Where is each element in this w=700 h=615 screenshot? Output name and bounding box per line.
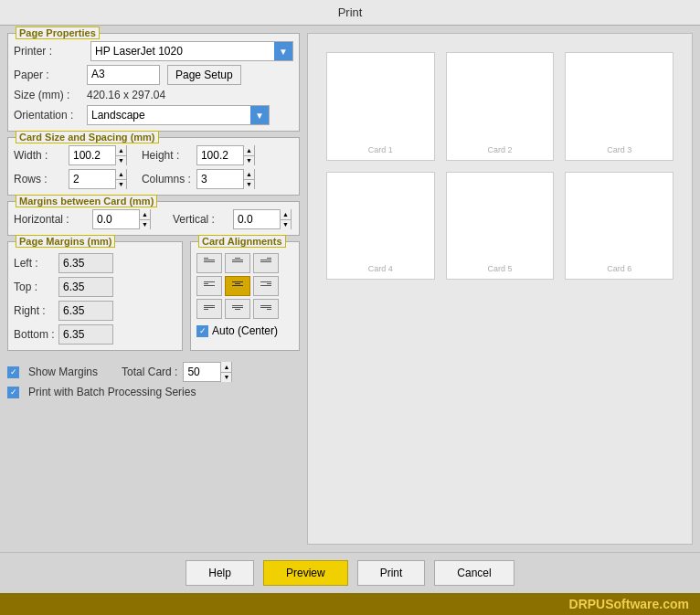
width-down[interactable]: ▼: [116, 156, 126, 166]
horizontal-spinner[interactable]: ▲ ▼: [92, 209, 151, 229]
size-value: 420.16 x 297.04: [87, 89, 165, 101]
orientation-row: Orientation : Landscape ▼: [14, 105, 293, 125]
printer-value: HP LaserJet 1020: [91, 43, 274, 59]
svg-rect-23: [235, 309, 240, 310]
auto-center-row: ✓ Auto (Center): [196, 324, 293, 337]
branding-bar: DRPUSoftware.com: [0, 593, 700, 615]
page-properties-label: Page Properties: [16, 27, 100, 39]
vertical-spin-btns: ▲ ▼: [280, 209, 291, 229]
width-input[interactable]: [69, 147, 115, 164]
align-top-left[interactable]: [196, 253, 222, 273]
left-input[interactable]: [58, 253, 113, 273]
card-3: Card 3: [565, 52, 673, 161]
cancel-button[interactable]: Cancel: [434, 560, 514, 586]
svg-rect-8: [260, 261, 271, 262]
total-card-down[interactable]: ▼: [221, 373, 231, 383]
preview-panel: Card 1 Card 2 Card 3 Card 4 Card 5 Card …: [307, 33, 693, 545]
total-card-input[interactable]: [184, 364, 220, 380]
horizontal-down[interactable]: ▼: [140, 220, 150, 230]
vertical-down[interactable]: ▼: [281, 220, 291, 230]
height-down[interactable]: ▼: [244, 156, 254, 166]
width-spinner[interactable]: ▲ ▼: [69, 145, 127, 165]
printer-dropdown-arrow[interactable]: ▼: [274, 42, 292, 60]
vertical-input[interactable]: [234, 211, 280, 228]
total-card-up[interactable]: ▲: [221, 362, 231, 373]
print-button[interactable]: Print: [357, 560, 426, 586]
svg-rect-11: [204, 285, 215, 286]
columns-spinner[interactable]: ▲ ▼: [196, 169, 255, 189]
vertical-spinner[interactable]: ▲ ▼: [233, 209, 292, 229]
rows-spinner[interactable]: ▲ ▼: [69, 169, 127, 189]
auto-center-label: Auto (Center): [212, 324, 278, 337]
orientation-arrow[interactable]: ▼: [250, 106, 269, 124]
horizontal-input[interactable]: [93, 211, 139, 228]
columns-input[interactable]: [197, 171, 243, 187]
align-bottom-left[interactable]: [196, 299, 222, 319]
columns-down[interactable]: ▼: [244, 180, 254, 190]
orientation-dropdown[interactable]: Landscape ▼: [87, 105, 270, 125]
svg-rect-19: [204, 307, 215, 308]
align-bottom-right[interactable]: [253, 299, 279, 319]
rows-down[interactable]: ▼: [116, 180, 126, 190]
card-6: Card 6: [565, 172, 673, 281]
height-up[interactable]: ▲: [244, 145, 254, 156]
help-button[interactable]: Help: [186, 560, 254, 586]
svg-rect-5: [232, 261, 243, 262]
width-height-row: Width : ▲ ▼ Height : ▲ ▼: [14, 145, 293, 165]
orientation-value: Landscape: [88, 107, 250, 123]
auto-center-checkbox[interactable]: ✓: [196, 325, 208, 337]
main-content: Page Properties Printer : HP LaserJet 10…: [0, 26, 700, 552]
horizontal-up[interactable]: ▲: [140, 209, 150, 220]
print-batch-check-icon: ✓: [10, 387, 17, 397]
printer-dropdown[interactable]: HP LaserJet 1020 ▼: [90, 41, 293, 61]
height-label: Height :: [142, 149, 196, 162]
align-top-center[interactable]: [225, 253, 250, 273]
show-margins-checkbox[interactable]: ✓: [7, 366, 19, 378]
svg-rect-14: [232, 285, 243, 286]
top-row: Top :: [14, 277, 176, 297]
total-card-spin-btns: ▲ ▼: [220, 362, 231, 382]
svg-rect-1: [204, 260, 215, 260]
svg-rect-22: [232, 307, 243, 308]
svg-rect-16: [267, 283, 271, 284]
svg-rect-3: [235, 258, 240, 259]
page-setup-button[interactable]: Page Setup: [167, 65, 241, 85]
print-batch-checkbox[interactable]: ✓: [7, 387, 19, 398]
align-bottom-center[interactable]: [225, 299, 250, 319]
columns-up[interactable]: ▲: [244, 169, 254, 180]
svg-rect-2: [204, 261, 215, 262]
svg-rect-17: [260, 285, 271, 286]
right-label: Right :: [14, 304, 55, 317]
rows-input[interactable]: [69, 171, 115, 187]
svg-rect-21: [232, 305, 243, 306]
height-input[interactable]: [197, 147, 243, 164]
card-size-label: Card Size and Spacing (mm): [16, 131, 159, 143]
preview-button[interactable]: Preview: [263, 560, 348, 586]
align-top-right[interactable]: [253, 253, 279, 273]
bottom-label: Bottom :: [14, 328, 55, 341]
bottom-input[interactable]: [58, 324, 113, 345]
branding-text: DRPUSoftware.com: [569, 597, 689, 611]
top-input[interactable]: [58, 277, 113, 297]
align-middle-center[interactable]: [225, 276, 250, 296]
card-1: Card 1: [326, 52, 435, 161]
width-spin-btns: ▲ ▼: [115, 145, 126, 165]
rows-up[interactable]: ▲: [116, 169, 126, 180]
vertical-up[interactable]: ▲: [281, 209, 291, 220]
align-middle-right[interactable]: [253, 276, 279, 296]
total-card-spinner[interactable]: ▲ ▼: [183, 362, 232, 382]
rows-columns-row: Rows : ▲ ▼ Columns : ▲ ▼: [14, 169, 293, 189]
svg-rect-25: [260, 307, 271, 308]
width-up[interactable]: ▲: [116, 145, 126, 156]
svg-rect-26: [267, 309, 271, 310]
print-batch-label: Print with Batch Processing Series: [28, 386, 196, 398]
height-spinner[interactable]: ▲ ▼: [196, 145, 255, 165]
width-label: Width :: [14, 149, 69, 162]
printer-label: Printer :: [14, 45, 87, 58]
total-card-row: Total Card : ▲ ▼: [122, 362, 232, 382]
align-middle-left[interactable]: [196, 276, 222, 296]
rows-label: Rows :: [14, 173, 69, 186]
bottom-row: Bottom :: [14, 324, 176, 345]
right-input[interactable]: [58, 301, 113, 321]
orientation-label: Orientation :: [14, 109, 87, 122]
